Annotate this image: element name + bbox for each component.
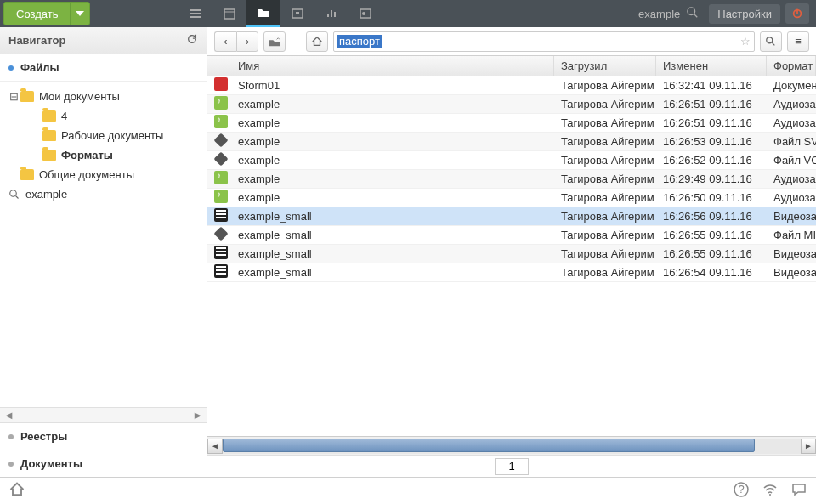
tab-contacts[interactable] — [348, 0, 382, 27]
refresh-icon[interactable] — [186, 33, 198, 48]
cell-modified: 16:29:49 09.11.16 — [656, 171, 767, 187]
home-icon[interactable] — [8, 481, 26, 501]
cell-modified: 16:26:54 09.11.16 — [656, 264, 767, 280]
sidebar-bottom: Реестры Документы — [0, 422, 207, 477]
create-button[interactable]: Создать — [3, 2, 90, 25]
search-button[interactable] — [760, 31, 782, 52]
cell-modified: 16:26:51 09.11.16 — [656, 115, 767, 131]
sidebar: Навигатор Файлы ⊟ Мои документы 4 Рабочи… — [0, 27, 207, 477]
tab-list[interactable] — [178, 0, 212, 27]
table-row[interactable]: exampleТагирова Айгерим16:26:51 09.11.16… — [207, 114, 816, 133]
menu-button[interactable]: ≡ — [787, 31, 809, 52]
path-input[interactable]: паспорт ☆ — [333, 31, 755, 52]
table-row[interactable]: Sform01Тагирова Айгерим16:32:41 09.11.16… — [207, 76, 816, 95]
star-icon[interactable]: ☆ — [740, 35, 751, 48]
create-dropdown-arrow[interactable] — [71, 3, 89, 25]
cell-name: example — [231, 96, 554, 112]
cell-name: example — [231, 133, 554, 150]
table-row[interactable]: example_smallТагирова Айгерим16:26:54 09… — [207, 263, 816, 282]
folder-icon — [42, 110, 56, 122]
back-button[interactable]: ‹ — [214, 31, 236, 52]
tree-item-4[interactable]: 4 — [0, 106, 207, 126]
dot-icon — [8, 462, 14, 467]
cell-type: Аудиоза — [767, 115, 816, 131]
folder-icon — [20, 91, 34, 102]
svg-point-5 — [688, 7, 695, 14]
app-header: Создать example Настройки — [0, 0, 816, 27]
documents-label: Документы — [20, 457, 82, 470]
cell-modified: 16:26:56 09.11.16 — [656, 208, 767, 224]
cell-name: example_small — [231, 246, 554, 262]
file-type-icon — [214, 96, 228, 110]
file-type-icon — [214, 171, 228, 184]
cell-type: Докумен — [767, 77, 816, 93]
forward-button[interactable]: › — [236, 31, 258, 52]
table-row[interactable]: exampleТагирова Айгерим16:26:52 09.11.16… — [207, 151, 816, 170]
cell-type: Файл MI — [767, 227, 816, 243]
tree-formats[interactable]: Форматы — [0, 145, 207, 165]
scroll-right-arrow[interactable]: ► — [801, 439, 816, 454]
cell-name: Sform01 — [231, 77, 554, 93]
col-icon-header[interactable] — [207, 56, 231, 76]
cell-modified: 16:26:50 09.11.16 — [656, 190, 767, 206]
sidebar-section-files[interactable]: Файлы — [0, 54, 207, 82]
scroll-thumb[interactable] — [223, 439, 755, 452]
help-icon[interactable]: ? — [733, 481, 750, 501]
header-search-area: example Настройки — [638, 3, 816, 24]
cell-uploader: Тагирова Айгерим — [554, 190, 656, 206]
table-row[interactable]: exampleТагирова Айгерим16:29:49 09.11.16… — [207, 170, 816, 189]
table-row[interactable]: exampleТагирова Айгерим16:26:50 09.11.16… — [207, 189, 816, 207]
tree-shared-docs[interactable]: Общие документы — [0, 165, 207, 184]
tree-working-docs[interactable]: Рабочие документы — [0, 126, 207, 145]
tab-files[interactable] — [246, 0, 280, 27]
dot-icon — [8, 65, 14, 71]
cell-uploader: Тагирова Айгерим — [554, 208, 656, 224]
tree-search-example[interactable]: example — [0, 184, 207, 204]
file-type-icon — [214, 208, 228, 222]
tree-label: Рабочие документы — [61, 129, 163, 142]
sidebar-section-documents[interactable]: Документы — [0, 450, 207, 477]
table-row[interactable]: example_smallТагирова Айгерим16:26:56 09… — [207, 207, 816, 226]
footer-right: ? — [733, 481, 808, 501]
cell-type: Аудиоза — [767, 96, 816, 112]
up-button[interactable] — [264, 31, 286, 52]
horizontal-scrollbar[interactable]: ◄ ► — [207, 436, 816, 455]
settings-button[interactable]: Настройки — [709, 4, 780, 24]
wifi-icon[interactable] — [762, 481, 779, 501]
col-type-header[interactable]: Формат — [767, 56, 816, 76]
cell-name: example — [231, 115, 554, 131]
chat-icon[interactable] — [790, 481, 808, 501]
col-uploader-header[interactable]: Загрузил — [554, 56, 656, 76]
cell-uploader: Тагирова Айгерим — [554, 133, 656, 150]
col-name-header[interactable]: Имя — [231, 56, 554, 76]
file-type-icon — [214, 115, 228, 128]
table-row[interactable]: exampleТагирова Айгерим16:26:53 09.11.16… — [207, 133, 816, 151]
search-icon[interactable] — [687, 7, 699, 21]
home-button[interactable] — [306, 31, 328, 52]
page-number[interactable]: 1 — [495, 458, 529, 475]
table-header: Имя Загрузил Изменен Формат — [207, 56, 816, 76]
cell-name: example — [231, 190, 554, 206]
table-row[interactable]: example_smallТагирова Айгерим16:26:55 09… — [207, 245, 816, 263]
scroll-track[interactable] — [223, 439, 801, 454]
scroll-left-arrow[interactable]: ◄ — [207, 439, 223, 454]
power-button[interactable] — [785, 3, 809, 24]
tree-label: example — [26, 188, 67, 201]
table-row[interactable]: example_smallТагирова Айгерим16:26:55 09… — [207, 226, 816, 245]
cell-modified: 16:26:55 09.11.16 — [656, 246, 767, 262]
collapse-icon[interactable]: ⊟ — [8, 90, 19, 103]
sidebar-section-registries[interactable]: Реестры — [0, 423, 207, 450]
sidebar-hscroll[interactable]: ◄► — [0, 407, 207, 422]
svg-point-11 — [769, 494, 771, 496]
cell-modified: 16:26:53 09.11.16 — [656, 133, 767, 150]
search-icon — [8, 189, 20, 201]
folder-icon — [42, 130, 56, 141]
tab-archive[interactable] — [280, 0, 314, 27]
table-row[interactable]: exampleТагирова Айгерим16:26:51 09.11.16… — [207, 95, 816, 114]
tab-stats[interactable] — [314, 0, 348, 27]
col-modified-header[interactable]: Изменен — [656, 56, 767, 76]
svg-point-7 — [10, 190, 17, 196]
tree-my-documents[interactable]: ⊟ Мои документы — [0, 87, 207, 106]
cell-type: Файл SV — [767, 133, 816, 150]
tab-calendar[interactable] — [212, 0, 246, 27]
